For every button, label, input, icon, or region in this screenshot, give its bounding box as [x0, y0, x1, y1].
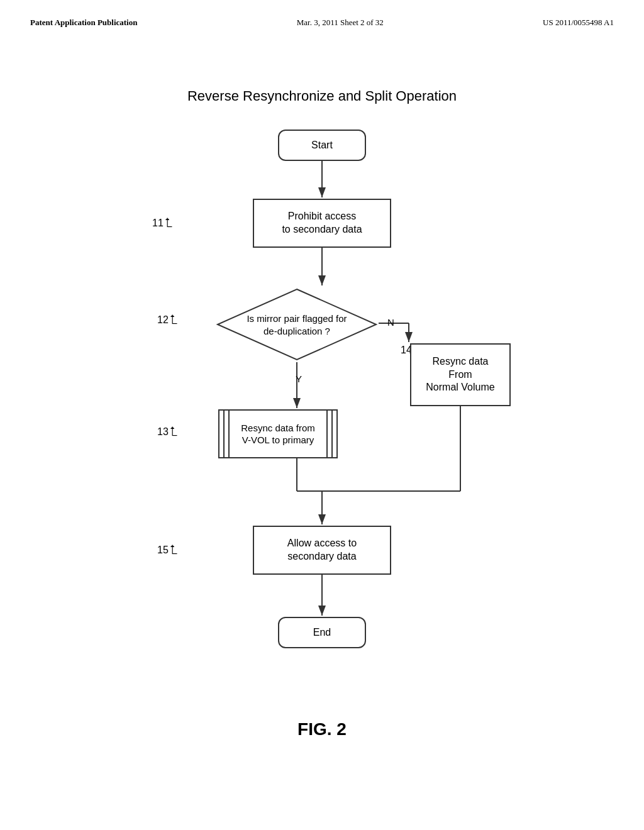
- resync-vvol-box: Resync data fromV-VOL to primary: [218, 409, 338, 458]
- label-11: 11⮤: [152, 216, 175, 230]
- header-patent-number: US 2011/0055498 A1: [543, 18, 614, 28]
- branch-y-label: Y: [296, 374, 302, 384]
- page-header: Patent Application Publication Mar. 3, 2…: [0, 0, 644, 28]
- allow-box: Allow access tosecondary data: [253, 526, 391, 575]
- label-12: 12⮤: [157, 313, 180, 326]
- resync-normal-box: Resync dataFromNormal Volume: [410, 343, 511, 406]
- label-13: 13⮤: [157, 425, 180, 438]
- prohibit-label: Prohibit accessto secondary data: [282, 210, 362, 236]
- diagram-container: Reverse Resynchronize and Split Operatio…: [0, 88, 644, 677]
- diamond-label: Is mirror pair flagged forde-duplication…: [240, 313, 353, 337]
- flowchart: Start 11⮤ Prohibit accessto secondary da…: [102, 130, 542, 677]
- resync-normal-label: Resync dataFromNormal Volume: [426, 355, 494, 394]
- allow-label: Allow access tosecondary data: [287, 537, 357, 563]
- header-date-sheet: Mar. 3, 2011 Sheet 2 of 32: [297, 18, 384, 28]
- start-label: Start: [311, 139, 333, 152]
- branch-n-label: N: [387, 317, 394, 328]
- resync-vvol-label: Resync data fromV-VOL to primary: [241, 422, 315, 446]
- end-box: End: [278, 617, 366, 648]
- diamond-wrap: Is mirror pair flagged forde-duplication…: [215, 287, 379, 362]
- start-box: Start: [278, 130, 366, 161]
- prohibit-box: Prohibit accessto secondary data: [253, 199, 391, 248]
- label-15: 15⮤: [157, 543, 180, 556]
- figure-label: FIG. 2: [297, 719, 347, 739]
- diagram-title: Reverse Resynchronize and Split Operatio…: [187, 88, 457, 104]
- header-publication: Patent Application Publication: [30, 18, 137, 28]
- end-label: End: [313, 626, 331, 639]
